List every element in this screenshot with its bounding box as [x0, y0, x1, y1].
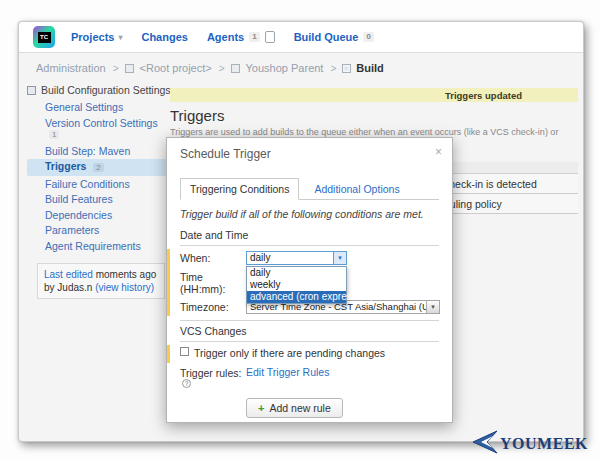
pending-changes-checkbox[interactable] [180, 347, 189, 356]
breadcrumb-root-project[interactable]: <Root project> [140, 62, 212, 74]
build-config-icon [342, 64, 351, 73]
dialog-body: Triggering Conditions Additional Options… [167, 178, 452, 423]
help-icon[interactable]: ? [182, 379, 191, 388]
pending-changes-row: Trigger only if there are pending change… [180, 347, 439, 361]
breadcrumb-administration[interactable]: Administration [36, 62, 106, 74]
sidebar-item-label: Version Control Settings [45, 117, 158, 129]
nav-build-queue-label: Build Queue [294, 31, 359, 43]
vcs-count-badge: 1 [49, 130, 59, 139]
close-icon[interactable]: × [435, 145, 442, 159]
build-queue-count-badge: 0 [363, 32, 373, 42]
breadcrumb-separator: > [113, 63, 119, 74]
sidebar-item-label: Parameters [45, 224, 99, 236]
nav-changes-label: Changes [141, 31, 187, 43]
chevron-down-icon[interactable]: ▾ [333, 252, 346, 264]
sidebar-item-label: Dependencies [45, 209, 112, 221]
project-icon [231, 64, 240, 73]
top-navigation: TC Projects ▾ Changes Agents 1 Build Que… [19, 22, 583, 53]
breadcrumb-build: Build [356, 62, 384, 74]
banner-text: Triggers updated [445, 90, 522, 101]
breadcrumb-separator: > [330, 63, 336, 74]
teamcity-logo-icon[interactable]: TC [33, 26, 55, 48]
triggers-count-badge: 2 [93, 163, 103, 172]
triggers-updated-banner: Triggers updated [170, 88, 578, 102]
tab-additional-options[interactable]: Additional Options [305, 179, 408, 199]
chevron-down-icon: ▾ [118, 33, 122, 42]
trigger-rules-label-wrap: Trigger rules:? [180, 366, 246, 391]
agent-status-icon [265, 31, 275, 43]
settings-sidebar: Build Configuration Settings General Set… [27, 84, 173, 299]
edit-trigger-rules-link[interactable]: Edit Trigger Rules [246, 366, 329, 378]
sidebar-item-parameters[interactable]: Parameters [27, 223, 173, 238]
date-time-fields: When: daily ▾ daily weekly advanced (cro… [180, 251, 439, 314]
page-title: Triggers [170, 107, 578, 124]
brand-name: YOUMEEK [500, 435, 588, 453]
tab-triggering-conditions[interactable]: Triggering Conditions [180, 178, 299, 200]
breadcrumb-youshop-parent[interactable]: Youshop Parent [246, 62, 324, 74]
sidebar-item-label: Agent Requirements [45, 240, 141, 252]
last-edited-link[interactable]: Last edited [44, 269, 93, 280]
chevron-down-icon[interactable]: ▾ [426, 301, 439, 313]
when-row: When: daily ▾ daily weekly advanced (cro… [180, 251, 439, 265]
sidebar-item-version-control-settings[interactable]: Version Control Settings 1 [27, 116, 173, 143]
nav-agents[interactable]: Agents 1 [207, 31, 275, 43]
add-new-rule-label: Add new rule [269, 402, 330, 414]
sidebar-item-label: Triggers [45, 160, 86, 172]
sidebar-item-dependencies[interactable]: Dependencies [27, 208, 173, 223]
nav-projects[interactable]: Projects ▾ [71, 31, 122, 43]
sidebar-header-label: Build Configuration Settings [41, 84, 171, 96]
when-label: When: [180, 251, 246, 264]
when-dropdown[interactable]: daily ▾ [246, 251, 347, 265]
when-dropdown-list: daily weekly advanced (cron expression) [246, 266, 347, 304]
add-rule-row: + Add new rule [180, 396, 439, 418]
dialog-intro-text: Trigger build if all of the following co… [180, 208, 439, 220]
nav-projects-label: Projects [71, 31, 114, 43]
time-label: Time (HH:mm): [180, 270, 246, 295]
agents-count-badge: 1 [249, 32, 259, 42]
sidebar-item-general-settings[interactable]: General Settings [27, 100, 173, 115]
last-edited-box: Last edited moments ago by Judas.n (view… [37, 263, 165, 299]
sidebar-item-triggers[interactable]: Triggers 2 [27, 159, 173, 176]
schedule-trigger-dialog: Schedule Trigger × Triggering Conditions… [166, 137, 453, 423]
when-dropdown-value: daily [247, 252, 333, 264]
option-weekly[interactable]: weekly [247, 279, 346, 291]
breadcrumb-separator: > [219, 63, 225, 74]
nav-build-queue[interactable]: Build Queue 0 [294, 31, 374, 43]
breadcrumb: Administration > <Root project> > Yousho… [33, 62, 384, 74]
youmeek-watermark: YOUMEEK [472, 430, 588, 458]
option-advanced-cron[interactable]: advanced (cron expression) [247, 291, 346, 303]
last-edited-time: moments ago [96, 269, 157, 280]
trigger-rules-label: Trigger rules: [180, 367, 241, 379]
section-header-date-and-time: Date and Time [180, 226, 439, 246]
plus-icon: + [258, 402, 264, 414]
sidebar-item-build-features[interactable]: Build Features [27, 192, 173, 207]
sidebar-item-label: General Settings [45, 101, 123, 113]
trigger-rules-row: Trigger rules:? Edit Trigger Rules [180, 366, 439, 391]
sidebar-item-label: Build Features [45, 193, 113, 205]
last-edited-author: by Judas.n [44, 282, 92, 293]
sidebar-item-failure-conditions[interactable]: Failure Conditions [27, 177, 173, 192]
dialog-title: Schedule Trigger [167, 138, 452, 166]
section-header-vcs-changes: VCS Changes [180, 320, 439, 342]
nav-agents-label: Agents [207, 31, 244, 43]
sidebar-item-label: Build Step: Maven [45, 145, 130, 157]
desktop-background: TC Projects ▾ Changes Agents 1 Build Que… [0, 0, 600, 461]
teamcity-logo-text: TC [38, 32, 51, 43]
arrow-left-icon [472, 430, 498, 458]
option-daily[interactable]: daily [247, 267, 346, 279]
pending-changes-label: Trigger only if there are pending change… [194, 347, 385, 359]
add-new-rule-button[interactable]: + Add new rule [246, 398, 343, 418]
timezone-label: Timezone: [180, 300, 246, 313]
sidebar-header: Build Configuration Settings [27, 84, 173, 96]
dialog-tabs: Triggering Conditions Additional Options [180, 178, 439, 200]
sidebar-item-label: Failure Conditions [45, 178, 130, 190]
sidebar-item-build-step-maven[interactable]: Build Step: Maven [27, 144, 173, 159]
settings-list-icon [27, 86, 36, 95]
view-history-link[interactable]: (view history) [95, 282, 154, 293]
sidebar-item-agent-requirements[interactable]: Agent Requirements [27, 239, 173, 254]
nav-changes[interactable]: Changes [141, 31, 187, 43]
project-icon [125, 64, 134, 73]
trigger-row-text: check-in is detected [444, 178, 537, 190]
